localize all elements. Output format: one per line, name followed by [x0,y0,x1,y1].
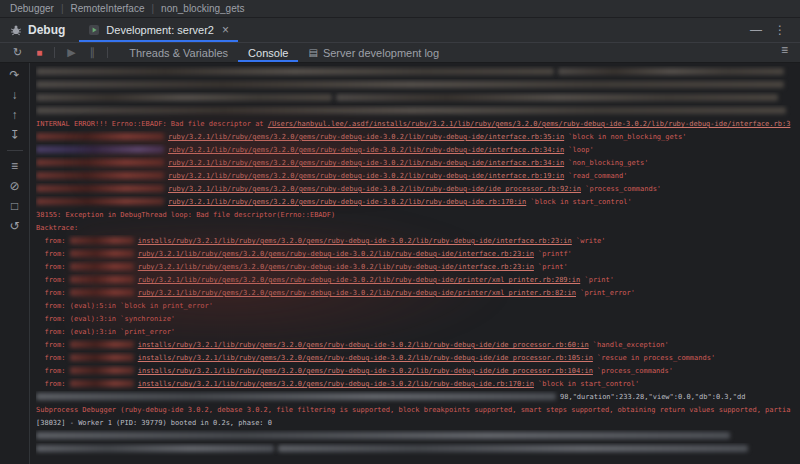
console-text: `printf' [534,250,572,258]
console-line [36,79,800,92]
tab-console[interactable]: Console [238,43,298,62]
run-to-cursor-icon[interactable]: ↧ [5,128,25,142]
mute-breakpoints-icon[interactable]: ⊘ [5,179,25,193]
console-text: from: (eval):5:in `block in print_error' [36,302,213,310]
stack-frame-link[interactable]: ruby/3.2.1/lib/ruby/gems/3.2.0/gems/ruby… [168,159,564,167]
breadcrumb-item[interactable]: RemoteInterface [71,3,145,14]
console-line: from: installs/ruby/3.2.1/lib/ruby/gems/… [36,352,800,365]
redacted-text [70,367,134,374]
console-text: [38032] - Worker 1 (PID: 39779) booted i… [36,419,272,427]
console-text: INTERNAL ERROR!!! Errno::EBADF: Bad file… [36,120,268,128]
redacted-text [70,380,134,387]
toolbar-settings-icon[interactable]: ≡ [775,43,794,62]
redacted-text [36,198,164,205]
redacted-text [278,445,748,452]
stack-frame-link[interactable]: ruby/3.2.1/lib/ruby/gems/3.2.0/gems/ruby… [168,146,564,154]
console-text: `block in start_control' [534,380,639,388]
step-out-icon[interactable]: ↑ [5,108,25,122]
tab-threads-variables[interactable]: Threads & Variables [119,43,238,62]
step-into-icon[interactable]: ↓ [5,88,25,102]
console-line: from: ruby/3.2.1/lib/ruby/gems/3.2.0/gem… [36,287,800,300]
stack-frame-link[interactable]: installs/ruby/3.2.1/lib/ruby/gems/3.2.0/… [138,354,593,362]
stack-frame-link[interactable]: ruby/3.2.1/lib/ruby/gems/3.2.0/gems/ruby… [168,172,564,180]
rerun-icon[interactable]: ↻ [6,43,29,62]
debug-tool-window: Debugger|RemoteInterface|non_blocking_ge… [0,0,800,464]
console-text: from: (eval):3:in `print_error' [36,328,175,336]
tab-label: Threads & Variables [129,47,228,59]
console-line [36,105,800,118]
console-line: INTERNAL ERROR!!! Errno::EBADF: Bad file… [36,118,800,131]
tab-label: Server development log [323,47,439,59]
breadcrumb: Debugger|RemoteInterface|non_blocking_ge… [0,0,800,18]
redacted-text [36,432,730,439]
stack-frame-link[interactable]: installs/ruby/3.2.1/lib/ruby/gems/3.2.0/… [138,380,534,388]
breadcrumb-separator: | [61,3,64,14]
console-text: `rescue in process_commands' [593,354,715,362]
console-text: from: [36,237,70,245]
evaluate-history-icon[interactable]: ↺ [5,219,25,233]
console-text: `read_command' [564,172,627,180]
console-line [36,443,800,456]
breadcrumb-item[interactable]: Debugger [10,3,54,14]
redacted-text [36,185,164,192]
restore-layout-icon[interactable]: □ [5,199,25,213]
console-line: from: (eval):5:in `block in print_error' [36,300,800,313]
stack-frame-link[interactable]: ruby/3.2.1/lib/ruby/gems/3.2.0/gems/ruby… [138,276,581,284]
redacted-text [36,133,164,140]
pause-icon[interactable]: ∥ [83,43,103,62]
console-text: `print' [580,276,614,284]
console-line: from: (eval):3:in `print_error' [36,326,800,339]
stack-frame-link[interactable]: ruby/3.2.1/lib/ruby/gems/3.2.0/gems/ruby… [138,250,534,258]
tool-window-header: Debug Development: server2 × — ⋮ [0,18,800,43]
stack-frame-link[interactable]: ruby/3.2.1/lib/ruby/gems/3.2.0/gems/ruby… [168,185,581,193]
redacted-text [36,445,274,452]
breadcrumb-separator: | [151,3,154,14]
console-text: `non_blocking_gets' [564,159,648,167]
console-line: from: ruby/3.2.1/lib/ruby/gems/3.2.0/gem… [36,261,800,274]
console-text: from: [36,289,70,297]
stack-frame-link[interactable]: installs/ruby/3.2.1/lib/ruby/gems/3.2.0/… [138,341,589,349]
console-text: from: [36,380,70,388]
close-icon[interactable]: × [222,23,229,37]
tab-server-development-log[interactable]: ▤Server development log [298,43,449,62]
stack-frame-link[interactable]: ruby/3.2.1/lib/ruby/gems/3.2.0/gems/ruby… [138,263,534,271]
session-tab[interactable]: Development: server2 × [79,18,238,42]
redacted-text [70,289,134,296]
more-options-icon[interactable]: ⋮ [768,23,792,37]
hide-icon[interactable]: — [744,23,768,37]
console-text: `process_commands' [581,185,661,193]
console-text: from: [36,341,70,349]
session-tab-label: Development: server2 [106,24,214,36]
debug-bug-icon [10,24,22,36]
step-over-icon[interactable]: ↷ [5,68,25,82]
console-line: ruby/3.2.1/lib/ruby/gems/3.2.0/gems/ruby… [36,157,800,170]
breadcrumb-item[interactable]: non_blocking_gets [161,3,244,14]
console-text: 98,"duration":233.28,"view":0.0,"db":0.3… [560,393,745,401]
console-text: `loop' [564,146,594,154]
console-line: from: installs/ruby/3.2.1/lib/ruby/gems/… [36,235,800,248]
stack-frame-link[interactable]: /Users/hanbyul.lee/.asdf/installs/ruby/3… [268,120,791,128]
redacted-text [70,276,134,283]
console-line: ruby/3.2.1/lib/ruby/gems/3.2.0/gems/ruby… [36,170,800,183]
stack-frame-link[interactable]: installs/ruby/3.2.1/lib/ruby/gems/3.2.0/… [138,367,593,375]
toolbar-separator [54,47,55,58]
console-text: Backtrace: [36,224,78,232]
console-line: Subprocess Debugger (ruby-debug-ide 3.0.… [36,404,800,417]
stack-frame-link[interactable]: ruby/3.2.1/lib/ruby/gems/3.2.0/gems/ruby… [168,133,564,141]
redacted-text [36,81,784,88]
console-line: ruby/3.2.1/lib/ruby/gems/3.2.0/gems/ruby… [36,144,800,157]
console-line [36,92,800,105]
stack-frame-link[interactable]: ruby/3.2.1/lib/ruby/gems/3.2.0/gems/ruby… [168,198,526,206]
console-output[interactable]: INTERNAL ERROR!!! Errno::EBADF: Bad file… [30,63,800,464]
stop-icon[interactable]: ■ [29,43,49,62]
console-text: from: [36,250,70,258]
tool-window-title: Debug [28,23,65,37]
console-line: ruby/3.2.1/lib/ruby/gems/3.2.0/gems/ruby… [36,183,800,196]
console-line: 38155: Exception in DebugThread loop: Ba… [36,209,800,222]
stack-frame-link[interactable]: installs/ruby/3.2.1/lib/ruby/gems/3.2.0/… [138,237,572,245]
redacted-text [70,341,134,348]
stack-frame-link[interactable]: ruby/3.2.1/lib/ruby/gems/3.2.0/gems/ruby… [138,289,576,297]
settings-icon[interactable]: ≡ [5,159,25,173]
console-text: `block in non_blocking_gets' [564,133,686,141]
resume-icon[interactable]: ▶ [60,43,82,62]
